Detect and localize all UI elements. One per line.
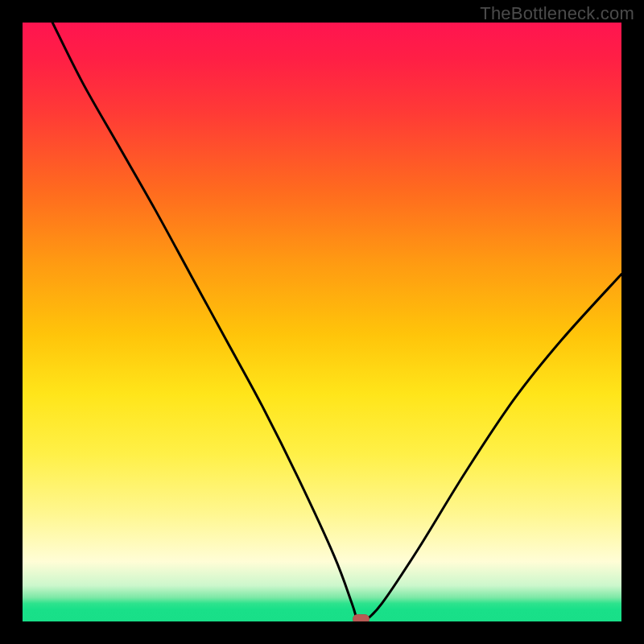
watermark-text: TheBottleneck.com (480, 3, 634, 24)
optimal-point-marker (353, 614, 369, 621)
plot-area (23, 23, 621, 621)
bottleneck-curve-path (52, 23, 621, 621)
chart-frame: TheBottleneck.com (0, 0, 644, 644)
curve-svg (23, 23, 621, 621)
